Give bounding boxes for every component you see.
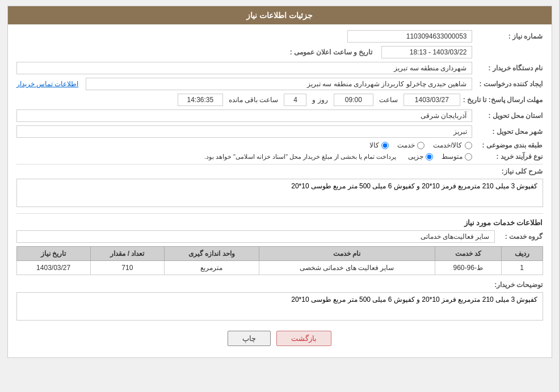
print-button[interactable]: چاپ [228,331,271,346]
service-table: ردیف کد خدمت نام خدمت واحد اندازه گیری ت… [16,246,543,275]
table-cell-date: 1403/03/27 [16,261,90,275]
category-option-khedmat[interactable]: خدمت [397,141,424,149]
table-row: 1ط-96-960سایر فعالیت های خدماتی شخصیمترم… [16,261,543,275]
description-textarea [16,179,543,207]
table-cell-unit: مترمربع [164,261,259,275]
purchase-option-motavaset[interactable]: متوسط [442,153,472,161]
deadline-days-label: روز و [312,96,327,104]
buyer-notes-wrapper [16,292,543,322]
city-row: شهر محل تحویل : تبریز [16,125,543,138]
buyer-notes-section: توضیحات خریدار: [16,281,543,289]
purchase-label-motavaset: متوسط [442,153,463,161]
table-cell-name: سایر فعالیت های خدماتی شخصی [259,261,435,275]
creator-row: ایجاد کننده درخواست : شاهین حیدری چاخرلو… [16,78,543,90]
creator-value: شاهین حیدری چاخرلو کاربرداز شهرداری منطق… [86,78,472,90]
niaaz-label: شماره نیاز : [475,32,543,40]
purchase-radio-jozi[interactable] [426,153,433,161]
category-row: طبقه بندی موضوعی : کالا/خدمت خدمت کالا [16,141,543,149]
province-row: استان محل تحویل : آذربایجان شرقی [16,109,543,122]
org-value: شهرداری منطقه سه تبریز [16,62,472,74]
divider-1 [16,164,543,165]
deadline-date: 1403/03/27 [404,94,460,106]
page-header: جزئیات اطلاعات نیاز [8,6,552,24]
category-option-kala-khedmat[interactable]: کالا/خدمت [433,141,472,149]
category-label-khedmat: خدمت [397,141,415,149]
service-group-row: گروه خدمت : سایر فعالیت‌های خدماتی [16,230,543,243]
announce-value: 1403/03/22 - 18:13 [381,46,472,58]
content-area: شماره نیاز : 1103094633000053 1403/03/22… [8,24,552,357]
service-group-label: گروه خدمت : [498,233,543,241]
table-cell-quantity: 710 [90,261,164,275]
deadline-time: 09:00 [334,94,373,106]
back-button[interactable]: بازگشت [276,331,331,346]
purchase-label-jozi: جزیی [408,153,423,161]
th-date: تاریخ نیاز [16,247,90,261]
province-value: آذربایجان شرقی [16,109,472,122]
service-section-title: اطلاعات خدمات مورد نیاز [16,218,543,227]
th-quantity: تعداد / مقدار [90,247,164,261]
deadline-time-label: ساعت [379,96,398,104]
creator-label: ایجاد کننده درخواست : [475,80,543,88]
announce-row: 1403/03/22 - 18:13 تاریخ و ساعت اعلان عم… [16,46,543,58]
category-radio-kala[interactable] [381,142,389,149]
niaaz-row: شماره نیاز : 1103094633000053 [16,30,543,43]
divider-2 [16,213,543,214]
city-label: شهر محل تحویل : [475,128,543,136]
category-radio-group: کالا/خدمت خدمت کالا [369,141,472,149]
category-label: طبقه بندی موضوعی : [475,141,543,149]
th-row: ردیف [501,247,543,261]
org-label: نام دستگاه خریدار : [475,64,543,72]
category-radio-khedmat[interactable] [417,142,424,149]
service-group-value: سایر فعالیت‌های خدماتی [16,230,495,243]
page-title: جزئیات اطلاعات نیاز [246,11,313,20]
purchase-radio-group: متوسط جزیی [408,153,472,161]
table-cell-code: ط-96-960 [435,261,501,275]
deadline-days: 4 [284,94,306,106]
province-label: استان محل تحویل : [475,112,543,120]
category-label-kala-khedmat: کالا/خدمت [433,141,462,149]
announce-label: تاریخ و ساعت اعلان عمومی : [290,48,373,56]
buttons-row: بازگشت چاپ [16,331,543,346]
th-name: نام خدمت [259,247,435,261]
buyer-notes-textarea [16,292,543,321]
th-code: کد خدمت [435,247,501,261]
table-cell-row: 1 [501,261,543,275]
niaaz-value: 1103094633000053 [347,30,472,43]
description-label: شرح کلی نیاز: [486,167,543,175]
deadline-remaining: 14:36:35 [178,94,223,106]
category-option-kala[interactable]: کالا [369,141,389,149]
deadline-label: مهلت ارسال پاسخ: تا تاریخ : [463,96,543,104]
org-row: نام دستگاه خریدار : شهرداری منطقه سه تبر… [16,62,543,74]
description-box-wrapper [16,179,543,209]
deadline-remaining-label: ساعت باقی مانده [229,96,279,104]
purchase-note: پرداخت تمام یا بخشی از مبلغ خریدار محل "… [204,153,397,161]
purchase-radio-motavaset[interactable] [465,153,472,161]
purchase-option-jozi[interactable]: جزیی [408,153,433,161]
category-label-kala: کالا [369,141,379,149]
creator-link[interactable]: اطلاعات تماس خریدار [16,80,79,88]
purchase-type-row: نوع فرآیند خرید : متوسط جزیی پرداخت تمام… [16,153,543,161]
category-radio-kala-khedmat[interactable] [465,142,472,149]
buyer-notes-label: توضیحات خریدار: [475,281,543,289]
purchase-type-label: نوع فرآیند خرید : [475,153,543,161]
description-section: شرح کلی نیاز: [16,167,543,175]
main-container: جزئیات اطلاعات نیاز شماره نیاز : 1103094… [7,6,552,358]
deadline-row: مهلت ارسال پاسخ: تا تاریخ : 1403/03/27 س… [16,94,543,106]
city-value: تبریز [16,125,472,138]
th-unit: واحد اندازه گیری [164,247,259,261]
